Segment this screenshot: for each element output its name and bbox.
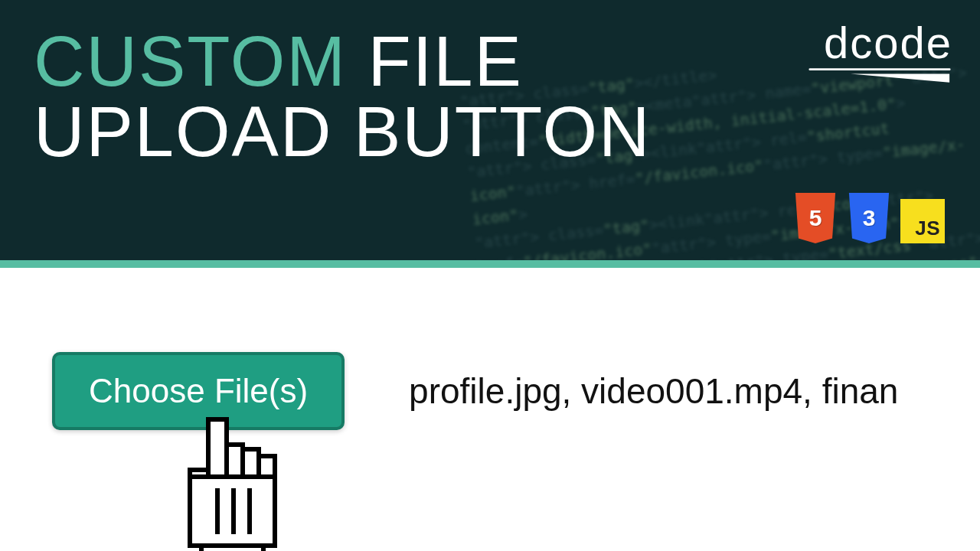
hero-title-rest2: UPLOAD BUTTON xyxy=(34,93,651,171)
hero-banner: "attr"> class="tag"></title>"attr"> clas… xyxy=(0,0,980,268)
dcode-logo-swoosh-icon xyxy=(807,65,952,84)
svg-rect-10 xyxy=(231,488,236,534)
choose-file-button[interactable]: Choose File(s) xyxy=(52,352,345,430)
hero-title-rest1: FILE xyxy=(347,22,523,100)
hero-title: CUSTOM FILE UPLOAD BUTTON xyxy=(34,26,651,167)
svg-rect-8 xyxy=(201,546,263,551)
tech-badges: 5 3 JS xyxy=(793,193,945,243)
svg-marker-1 xyxy=(851,73,949,82)
svg-rect-4 xyxy=(243,449,259,477)
demo-area: Choose File(s) profile.jpg, video001.mp4… xyxy=(0,268,980,430)
css3-badge-label: 3 xyxy=(863,205,876,231)
css3-badge-icon: 3 xyxy=(847,193,891,243)
svg-rect-5 xyxy=(259,456,275,477)
js-badge-label: JS xyxy=(915,217,940,240)
svg-rect-9 xyxy=(215,488,220,534)
html5-badge-label: 5 xyxy=(809,205,822,231)
svg-rect-3 xyxy=(227,445,243,477)
hero-title-accent: CUSTOM xyxy=(34,22,347,100)
svg-rect-6 xyxy=(190,470,208,495)
dcode-logo: dcode xyxy=(807,17,952,84)
js-badge-icon: JS xyxy=(900,199,945,243)
svg-rect-7 xyxy=(190,477,275,546)
selected-files-text: profile.jpg, video001.mp4, finan xyxy=(409,370,898,412)
pointer-cursor-icon xyxy=(176,417,291,551)
dcode-logo-text: dcode xyxy=(824,18,952,67)
html5-badge-icon: 5 xyxy=(793,193,838,243)
svg-rect-11 xyxy=(247,488,252,534)
